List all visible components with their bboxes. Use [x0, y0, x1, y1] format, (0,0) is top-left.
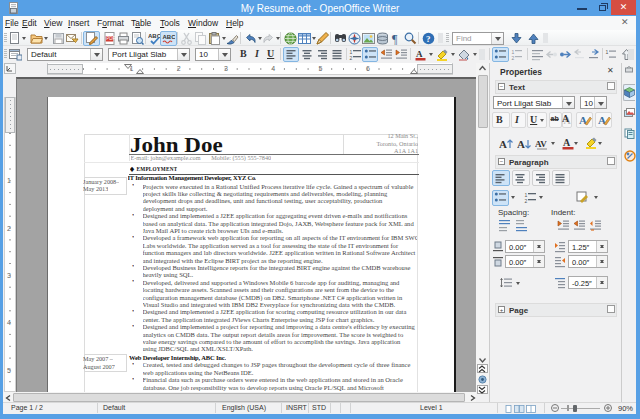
- svg-text:2: 2: [512, 55, 515, 61]
- svg-text:2: 2: [525, 198, 528, 204]
- svg-text:A: A: [563, 137, 571, 148]
- svg-text:PDF: PDF: [106, 36, 115, 41]
- svg-text:AV: AV: [535, 139, 547, 149]
- svg-text:A: A: [517, 138, 525, 150]
- svg-text:A: A: [416, 49, 423, 59]
- svg-text:1: 1: [606, 49, 609, 55]
- svg-text:A: A: [499, 138, 507, 150]
- svg-text:2: 2: [350, 55, 353, 61]
- svg-text:¶: ¶: [392, 32, 398, 45]
- svg-text:ABC: ABC: [163, 34, 176, 40]
- svg-text:?: ?: [426, 34, 431, 44]
